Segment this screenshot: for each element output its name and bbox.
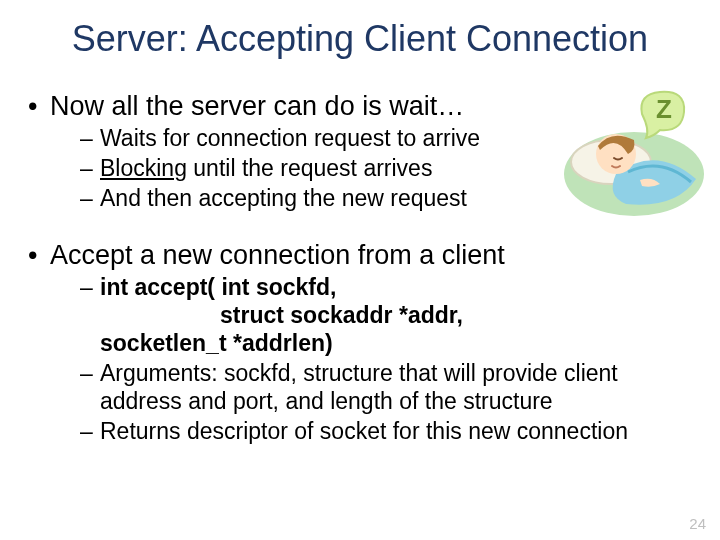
blocking-rest: until the request arrives	[187, 155, 432, 181]
sub-signature: int accept( int sockfd, struct sockaddr …	[80, 273, 700, 357]
svg-text:Z: Z	[656, 94, 672, 124]
blocking-word: Blocking	[100, 155, 187, 181]
sleeping-child-z-icon: Z	[556, 84, 706, 224]
page-number: 24	[689, 515, 706, 532]
sig-line-2: struct sockaddr *addr,	[100, 301, 700, 329]
bullet-wait-text: Now all the server can do is wait…	[50, 91, 464, 121]
sub-arguments: Arguments: sockfd, structure that will p…	[80, 359, 700, 415]
bullet-accept: Accept a new connection from a client in…	[28, 239, 700, 446]
sub-returns: Returns descriptor of socket for this ne…	[80, 417, 700, 445]
slide: Server: Accepting Client Connection Now …	[0, 0, 720, 540]
sig-line-3: socketlen_t *addrlen)	[100, 329, 700, 357]
slide-title: Server: Accepting Client Connection	[0, 18, 720, 60]
bullet-accept-text: Accept a new connection from a client	[50, 240, 505, 270]
sig-line-1: int accept( int sockfd,	[100, 274, 336, 300]
